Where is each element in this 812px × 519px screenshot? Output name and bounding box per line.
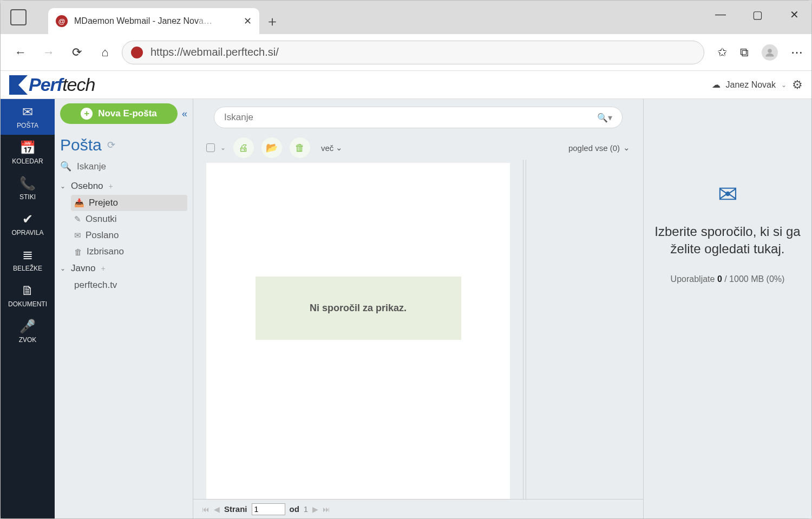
quota-text: Uporabljate 0 / 1000 MB (0%) <box>671 274 785 284</box>
rail-item-tasks[interactable]: ✔ OPRAVILA <box>1 206 55 242</box>
calendar-icon: 📅 <box>19 140 36 155</box>
list-toolbar: ⌄ 🖨 📂 🗑 več⌄ pogled vse (0)⌄ <box>193 136 643 160</box>
folder-inbox[interactable]: 📥 Prejeto <box>71 195 187 211</box>
tab-favicon: @ <box>56 15 68 27</box>
window-controls: — ▢ ✕ <box>714 8 801 21</box>
document-icon: 🗎 <box>21 283 34 298</box>
pager-first-button[interactable]: ⏮ <box>202 505 209 514</box>
svg-point-0 <box>768 49 772 53</box>
envelope-icon: ✉ <box>718 180 738 208</box>
pager-total: 1 <box>304 504 308 514</box>
browser-tab[interactable]: @ MDaemon Webmail - Janez Nova… ✕ <box>48 8 259 34</box>
folder-sidebar: + Nova E-pošta « Pošta ⟳ 🔍 Iskanje ⌄ <box>55 99 193 518</box>
rail-item-documents[interactable]: 🗎 DOKUMENTI <box>1 278 55 313</box>
search-box[interactable]: 🔍▾ <box>214 107 623 128</box>
window-app-icon <box>10 9 27 25</box>
close-window-button[interactable]: ✕ <box>788 8 801 21</box>
empty-state: Ni sporočil za prikaz. <box>256 277 461 340</box>
folder-sent[interactable]: ✉ Poslano <box>71 227 187 244</box>
plus-icon: + <box>81 108 93 120</box>
select-all-checkbox[interactable] <box>206 143 215 152</box>
view-filter-dropdown[interactable]: pogled vse (0)⌄ <box>568 143 630 153</box>
logo: Perftech <box>9 74 95 95</box>
add-folder-icon[interactable]: + <box>101 264 105 273</box>
settings-gear-icon[interactable]: ⚙ <box>792 78 803 92</box>
navigation-rail: ✉ POŠTA 📅 KOLEDAR 📞 STIKI ✔ OPRAVILA ≣ <box>1 99 55 518</box>
maximize-button[interactable]: ▢ <box>751 8 764 21</box>
tab-title: MDaemon Webmail - Janez Nova… <box>74 16 234 26</box>
nav-home-button[interactable]: ⌂ <box>94 41 116 64</box>
nav-back-button[interactable]: ← <box>9 41 32 64</box>
nav-forward-button[interactable]: → <box>37 41 60 64</box>
url-field[interactable]: https://webmail.perftech.si/ <box>122 41 704 64</box>
move-folder-button[interactable]: 📂 <box>261 137 282 158</box>
browser-titlebar: @ MDaemon Webmail - Janez Nova… ✕ ＋ — ▢ … <box>1 1 811 34</box>
search-icon[interactable]: 🔍▾ <box>597 113 612 123</box>
pager: ⏮ ◀ Strani od 1 ▶ ⏭ <box>193 499 643 518</box>
url-favicon <box>131 47 143 58</box>
delete-button[interactable]: 🗑 <box>290 137 310 158</box>
narrow-preview-column <box>526 160 643 499</box>
tab-close-icon[interactable]: ✕ <box>244 15 252 27</box>
search-input[interactable] <box>224 112 597 123</box>
pager-page-input[interactable] <box>252 503 285 515</box>
more-actions-dropdown[interactable]: več⌄ <box>321 143 343 153</box>
account-name[interactable]: Janez Novak <box>726 80 776 90</box>
check-icon: ✔ <box>22 212 33 227</box>
rail-item-calendar[interactable]: 📅 KOLEDAR <box>1 135 55 170</box>
chevron-down-icon: ⌄ <box>60 182 67 190</box>
sidebar-search[interactable]: 🔍 Iskanje <box>60 161 187 172</box>
compose-button[interactable]: + Nova E-pošta <box>60 103 178 124</box>
folder-drafts[interactable]: ✎ Osnutki <box>71 211 187 227</box>
section-title: Pošta ⟳ <box>60 136 187 154</box>
print-button[interactable]: 🖨 <box>233 137 254 158</box>
rail-item-contacts[interactable]: 📞 STIKI <box>1 170 55 206</box>
reading-pane: ✉ Izberite sporočilo, ki si ga želite og… <box>644 99 811 518</box>
browser-urlbar: ← → ⟳ ⌂ https://webmail.perftech.si/ ✩ ⧉… <box>1 34 811 71</box>
inbox-icon: 📥 <box>74 198 84 208</box>
account-icon: ☁ <box>712 80 721 90</box>
envelope-icon: ✉ <box>22 104 33 120</box>
phone-icon: 📞 <box>19 176 36 191</box>
rail-item-mail[interactable]: ✉ POŠTA <box>1 99 55 135</box>
minimize-button[interactable]: — <box>714 8 727 21</box>
rail-item-audio[interactable]: 🎤 ZVOK <box>1 313 55 349</box>
message-list-pane: 🔍▾ ⌄ 🖨 📂 🗑 več⌄ pogled vse (0)⌄ <box>193 99 644 518</box>
chevron-down-icon: ⌄ <box>336 143 343 153</box>
add-folder-icon[interactable]: + <box>109 182 113 190</box>
select-all-chevron-icon[interactable]: ⌄ <box>220 144 226 152</box>
refresh-icon[interactable]: ⟳ <box>107 139 115 151</box>
pager-prev-button[interactable]: ◀ <box>214 505 220 514</box>
pager-label: Strani <box>224 504 247 514</box>
sent-icon: ✉ <box>74 231 81 240</box>
url-text: https://webmail.perftech.si/ <box>150 46 279 58</box>
message-list: Ni sporočil za prikaz. <box>206 163 510 499</box>
folder-group-public[interactable]: ⌄ Javno + <box>60 260 187 277</box>
nav-refresh-button[interactable]: ⟳ <box>66 41 88 64</box>
logo-mark <box>9 75 28 95</box>
pager-next-button[interactable]: ▶ <box>312 505 318 514</box>
profile-avatar[interactable] <box>762 44 778 61</box>
collapse-sidebar-icon[interactable]: « <box>182 108 187 120</box>
chevron-down-icon: ⌄ <box>623 143 630 153</box>
folder-extra[interactable]: perftech.tv <box>71 277 187 293</box>
pager-of: od <box>290 504 299 514</box>
search-icon: 🔍 <box>60 161 71 172</box>
list-icon: ≣ <box>22 247 33 262</box>
favorites-icon[interactable]: ✩ <box>717 45 727 60</box>
collections-icon[interactable]: ⧉ <box>740 45 749 60</box>
folder-trash[interactable]: 🗑 Izbrisano <box>71 244 187 260</box>
pager-last-button[interactable]: ⏭ <box>323 505 330 514</box>
folder-group-personal[interactable]: ⌄ Osebno + <box>60 178 187 195</box>
reading-pane-prompt: Izberite sporočilo, ki si ga želite ogle… <box>644 223 811 258</box>
more-menu-icon[interactable]: ⋯ <box>791 45 803 60</box>
app-header: Perftech ☁ Janez Novak ⌄ ⚙ <box>1 71 811 99</box>
rail-item-notes[interactable]: ≣ BELEŽKE <box>1 242 55 278</box>
mic-icon: 🎤 <box>19 319 36 334</box>
trash-icon: 🗑 <box>74 247 82 257</box>
new-tab-button[interactable]: ＋ <box>259 8 285 34</box>
account-chevron-icon[interactable]: ⌄ <box>781 81 787 89</box>
draft-icon: ✎ <box>74 214 81 224</box>
chevron-down-icon: ⌄ <box>60 265 67 272</box>
